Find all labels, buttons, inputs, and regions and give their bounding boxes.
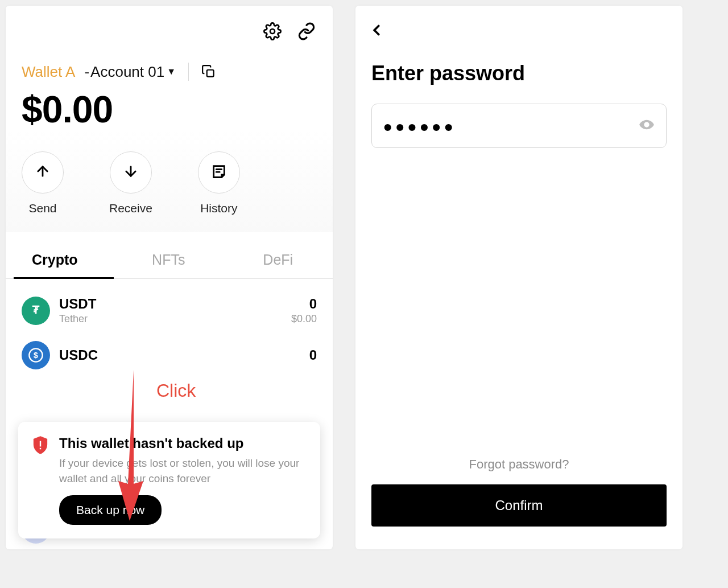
send-button[interactable]: Send [22,151,64,215]
eye-icon[interactable] [639,117,655,135]
send-label: Send [28,202,56,215]
arrow-down-icon [123,163,139,182]
arrow-up-icon [35,163,51,182]
action-row: Send Receive History [6,131,333,232]
link-icon[interactable] [297,22,316,40]
shield-alert-icon [32,435,50,525]
svg-point-0 [270,29,275,34]
account-name: Account 01 [90,63,164,81]
asset-name: Tether [59,313,291,325]
asset-row[interactable]: $ USDC 0 [22,333,317,377]
svg-text:$: $ [34,351,38,360]
forgot-password-link[interactable]: Forgot password? [355,457,682,472]
page-title: Enter password [355,41,682,85]
svg-rect-6 [40,448,41,449]
divider [188,63,189,81]
svg-text:₮: ₮ [32,303,40,315]
tab-defi[interactable]: DeFi [224,242,333,278]
confirm-button[interactable]: Confirm [371,484,667,527]
wallet-selector[interactable]: Wallet A - Account 01 ▼ [6,63,333,81]
history-button[interactable]: History [198,151,240,215]
back-icon[interactable] [368,22,385,39]
asset-symbol: USDC [59,347,309,363]
note-icon [211,163,227,182]
receive-button[interactable]: Receive [109,151,152,215]
separator: - [84,63,89,81]
password-screen: Enter password •••••• Forgot password? C… [355,6,682,549]
annotation-click: Click [156,380,196,401]
wallet-home-screen: Wallet A - Account 01 ▼ $0.00 Send [6,6,333,549]
password-value: •••••• [383,112,632,140]
receive-label: Receive [109,202,152,215]
history-label: History [200,202,237,215]
copy-icon[interactable] [201,64,216,79]
password-field[interactable]: •••••• [371,104,667,148]
svg-point-7 [646,124,648,126]
topbar [6,6,333,57]
svg-rect-1 [207,70,214,77]
tabs: Crypto NFTs DeFi [6,242,333,279]
asset-qty: 0 [291,296,317,312]
asset-row[interactable]: ₮ USDT Tether 0 $0.00 [22,288,317,333]
backup-card: This wallet hasn't backed up If your dev… [18,422,320,538]
tab-crypto[interactable]: Crypto [6,242,114,278]
balance: $0.00 [6,81,333,131]
chevron-down-icon: ▼ [167,67,176,77]
asset-list: ₮ USDT Tether 0 $0.00 $ USDC [6,279,333,377]
svg-rect-5 [40,441,41,447]
backup-text: If your device gets lost or stolen, you … [59,456,307,486]
usdt-icon: ₮ [22,297,50,325]
usdc-icon: $ [22,341,50,369]
gear-icon[interactable] [263,22,282,40]
asset-value: $0.00 [291,313,317,325]
backup-title: This wallet hasn't backed up [59,435,307,451]
wallet-name: Wallet A [22,63,75,81]
asset-qty: 0 [309,347,317,363]
asset-symbol: USDT [59,296,291,312]
backup-now-button[interactable]: Back up now [59,495,162,525]
tab-nfts[interactable]: NFTs [114,242,224,278]
